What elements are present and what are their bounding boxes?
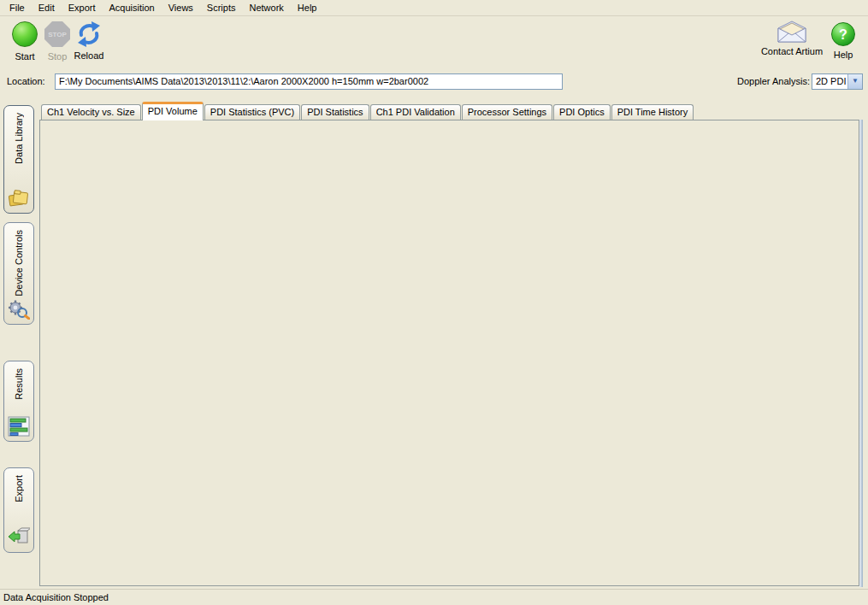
menu-item-export[interactable]: Export xyxy=(62,0,103,16)
sidebar-item-label: Data Library xyxy=(14,113,24,164)
envelope-icon xyxy=(776,21,808,46)
menu-item-acquisition[interactable]: Acquisition xyxy=(103,0,162,16)
tab-pdi-optics[interactable]: PDI Optics xyxy=(553,104,611,120)
tab-processor-settings[interactable]: Processor Settings xyxy=(462,104,552,120)
reload-icon xyxy=(75,21,103,48)
menu-item-network[interactable]: Network xyxy=(242,0,290,16)
export-icon xyxy=(8,527,30,548)
contact-artium-button[interactable]: Contact Artium xyxy=(757,21,827,56)
sidebar-item-label: Export xyxy=(14,475,24,502)
doppler-analysis-label: Doppler Analysis: xyxy=(737,76,810,86)
device-controls-icon xyxy=(8,299,30,320)
tab-strip: Ch1 Velocity vs. SizePDI VolumePDI Stati… xyxy=(41,102,694,120)
sidebar-item-device-controls[interactable]: Device Controls xyxy=(3,222,34,325)
sidebar-item-label: Device Controls xyxy=(14,230,24,297)
results-icon xyxy=(8,416,30,437)
app-window: FileEditExportAcquisitionViewsScriptsNet… xyxy=(0,0,868,605)
toolbar: Start STOP Stop Reload xyxy=(0,17,868,70)
panel-splitter[interactable] xyxy=(859,120,863,587)
menu-item-views[interactable]: Views xyxy=(162,0,200,16)
help-button[interactable]: ? Help xyxy=(826,21,860,60)
tab-pdi-statistics[interactable]: PDI Statistics xyxy=(301,104,369,120)
location-label: Location: xyxy=(7,76,45,86)
tab-pdi-volume[interactable]: PDI Volume xyxy=(142,102,204,120)
sidebar-item-export[interactable]: Export xyxy=(3,467,34,553)
status-text: Data Acquisition Stopped xyxy=(3,592,109,602)
data-library-icon xyxy=(8,188,30,209)
menu-item-help[interactable]: Help xyxy=(291,0,324,16)
reload-button[interactable]: Reload xyxy=(69,21,109,61)
menu-item-edit[interactable]: Edit xyxy=(32,0,62,16)
sidebar-item-label: Results xyxy=(14,368,24,400)
doppler-analysis-select[interactable]: 2D PDI ▼ xyxy=(812,73,863,90)
reload-button-label: Reload xyxy=(69,50,109,61)
chevron-down-icon[interactable]: ▼ xyxy=(847,74,862,89)
tab-pdi-time-history[interactable]: PDI Time History xyxy=(611,104,694,120)
menu-item-file[interactable]: File xyxy=(3,0,32,16)
doppler-analysis-value: 2D PDI xyxy=(816,76,846,86)
contact-artium-label: Contact Artium xyxy=(757,46,827,56)
menu-item-scripts[interactable]: Scripts xyxy=(200,0,243,16)
stop-icon: STOP xyxy=(44,21,70,47)
location-row: Location: F:\My Documents\AIMS Data\2013… xyxy=(0,72,868,94)
location-field[interactable]: F:\My Documents\AIMS Data\2013\2013\11\2… xyxy=(55,73,563,90)
tab-page-pdi-volume xyxy=(39,120,859,586)
sidebar-item-results[interactable]: Results xyxy=(3,361,34,442)
start-icon xyxy=(12,21,38,47)
status-bar: Data Acquisition Stopped xyxy=(0,589,868,605)
help-icon: ? xyxy=(831,22,855,46)
sidebar-item-data-library[interactable]: Data Library xyxy=(3,105,34,214)
menu-bar: FileEditExportAcquisitionViewsScriptsNet… xyxy=(0,0,868,16)
help-button-label: Help xyxy=(826,50,860,60)
tab-ch1-velocity-vs-size[interactable]: Ch1 Velocity vs. Size xyxy=(41,104,141,120)
tab-pdi-statistics-pvc-[interactable]: PDI Statistics (PVC) xyxy=(204,104,300,120)
tab-ch1-pdi-validation[interactable]: Ch1 PDI Validation xyxy=(370,104,461,120)
